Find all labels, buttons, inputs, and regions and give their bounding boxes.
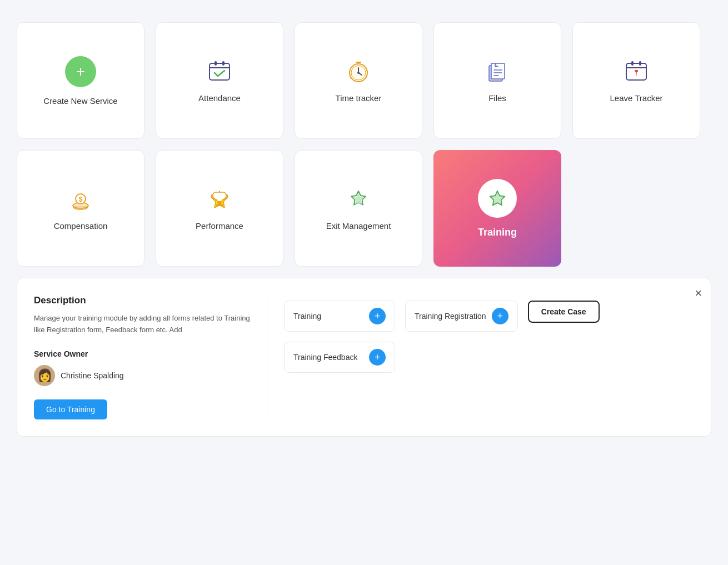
create-new-service-card[interactable]: + Create New Service xyxy=(17,22,144,139)
training-feedback-form-add-button[interactable]: + xyxy=(369,349,386,366)
files-icon xyxy=(485,59,510,84)
exit-management-card[interactable]: Exit Management xyxy=(295,150,422,267)
performance-card[interactable]: Performance xyxy=(156,150,283,267)
attendance-label: Attendance xyxy=(198,93,241,103)
service-cards-row1: + Create New Service Attendance xyxy=(17,22,711,139)
training-feedback-form-item: Training Feedback + xyxy=(284,342,395,373)
training-feedback-form-label: Training Feedback xyxy=(293,353,363,362)
compensation-icon: $ xyxy=(68,187,93,212)
detail-description: Manage your training module by adding al… xyxy=(34,313,250,336)
leave-tracker-icon: ! xyxy=(624,59,649,84)
attendance-icon xyxy=(207,59,232,84)
training-card[interactable]: Training xyxy=(433,150,561,267)
training-form-label: Training xyxy=(293,312,363,321)
service-owner-label: Service Owner xyxy=(34,349,250,358)
goto-training-button[interactable]: Go to Training xyxy=(34,399,107,419)
service-cards-row2: $ Compensation Performance xyxy=(17,150,711,267)
owner-row: 👩 Christine Spalding xyxy=(34,365,250,386)
create-new-label: Create New Service xyxy=(43,96,117,106)
training-form-add-button[interactable]: + xyxy=(369,308,386,324)
svg-rect-21 xyxy=(635,70,638,72)
exit-management-label: Exit Management xyxy=(326,221,391,231)
svg-rect-26 xyxy=(216,204,223,206)
avatar: 👩 xyxy=(34,365,55,386)
performance-label: Performance xyxy=(196,221,243,231)
detail-panel: × Description Manage your training modul… xyxy=(17,278,711,437)
time-tracker-label: Time tracker xyxy=(336,93,382,103)
training-label: Training xyxy=(478,227,517,238)
leave-tracker-card[interactable]: ! Leave Tracker xyxy=(572,22,700,139)
owner-name: Christine Spalding xyxy=(61,371,124,380)
training-registration-form-add-button[interactable]: + xyxy=(492,308,508,324)
training-form-item: Training + xyxy=(284,301,395,332)
detail-title: Description xyxy=(34,295,250,306)
svg-rect-18 xyxy=(631,61,634,66)
files-card[interactable]: Files xyxy=(433,22,561,139)
compensation-label: Compensation xyxy=(54,221,108,231)
svg-rect-3 xyxy=(222,61,225,66)
leave-tracker-label: Leave Tracker xyxy=(610,93,662,103)
detail-left-section: Description Manage your training module … xyxy=(34,295,267,419)
svg-rect-2 xyxy=(215,61,217,66)
svg-rect-19 xyxy=(639,61,641,66)
detail-right-section: Training + Training Registration + Creat… xyxy=(284,295,694,419)
files-label: Files xyxy=(488,93,506,103)
create-case-button[interactable]: Create Case xyxy=(528,301,600,323)
compensation-card[interactable]: $ Compensation xyxy=(17,150,144,267)
close-button[interactable]: × xyxy=(695,287,702,299)
training-registration-form-label: Training Registration xyxy=(415,312,486,321)
svg-rect-0 xyxy=(210,63,230,80)
svg-rect-25 xyxy=(218,202,221,204)
forms-top-row: Training + Training Registration + Creat… xyxy=(284,301,694,332)
forms-bottom-row: Training Feedback + xyxy=(284,342,694,373)
time-tracker-card[interactable]: Time tracker xyxy=(295,22,422,139)
svg-rect-12 xyxy=(491,63,505,79)
training-registration-form-item: Training Registration + xyxy=(405,301,518,332)
svg-text:$: $ xyxy=(79,196,83,203)
exit-management-icon xyxy=(346,187,371,212)
attendance-card[interactable]: Attendance xyxy=(156,22,283,139)
time-tracker-icon xyxy=(346,59,371,84)
training-icon xyxy=(478,179,517,218)
avatar-image: 👩 xyxy=(37,368,52,383)
svg-point-8 xyxy=(357,72,360,74)
plus-icon: + xyxy=(65,56,96,87)
performance-icon xyxy=(207,187,232,212)
